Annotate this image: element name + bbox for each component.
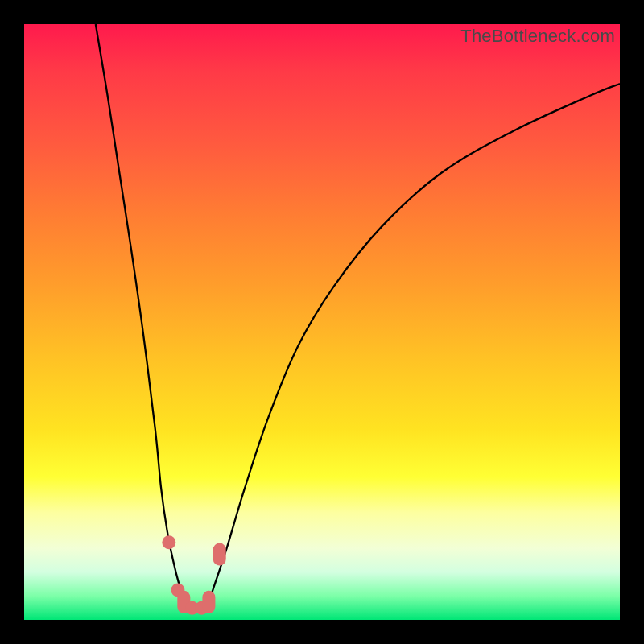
data-marker	[202, 591, 215, 613]
marker-layer	[162, 535, 225, 614]
plot-area: TheBottleneck.com	[24, 24, 620, 620]
curve-left	[96, 24, 185, 602]
curve-right	[208, 84, 620, 602]
data-marker	[213, 543, 226, 566]
chart-root: TheBottleneck.com	[0, 0, 644, 644]
chart-svg	[24, 24, 620, 620]
data-marker	[162, 535, 175, 549]
